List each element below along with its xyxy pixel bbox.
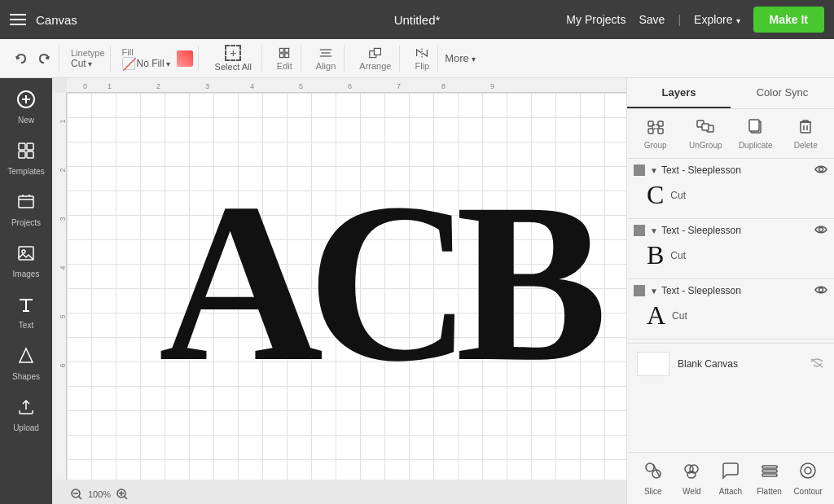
more-button[interactable]: More (445, 52, 476, 64)
delete-button[interactable]: Delete (783, 114, 830, 153)
sidebar-item-upload[interactable]: Upload (3, 392, 49, 437)
duplicate-button[interactable]: Duplicate (732, 114, 779, 153)
arrange-button[interactable]: Arrange (356, 43, 394, 74)
svg-point-20 (22, 250, 25, 253)
select-all-button[interactable]: Select All (210, 43, 257, 73)
sidebar-item-text[interactable]: Text (3, 290, 49, 335)
ruler-num-v2: 2 (58, 168, 66, 172)
nav-actions: My Projects Save | Explore Make It (566, 7, 824, 33)
layers-list: ▼ Text - Sleeplesson C Cut (627, 159, 834, 452)
svg-rect-17 (27, 151, 33, 158)
blank-canvas-swatch (637, 352, 669, 376)
zoom-label: 100% (88, 489, 111, 499)
svg-rect-4 (285, 53, 289, 57)
ruler-num-6: 6 (348, 82, 352, 90)
sidebar-item-templates[interactable]: Templates (3, 136, 49, 181)
ruler-num-v3: 3 (58, 217, 66, 221)
flip-button[interactable]: Flip (411, 43, 432, 74)
layer-letter-1: C (647, 180, 664, 210)
hamburger-menu[interactable] (10, 14, 26, 25)
save-button[interactable]: Save (639, 13, 665, 26)
ungroup-button[interactable]: UnGroup (683, 114, 730, 153)
tab-color-sync[interactable]: Color Sync (731, 78, 834, 108)
blank-canvas-label: Blank Canvas (678, 358, 801, 370)
layer-color-swatch-3 (634, 285, 645, 296)
align-group: Align (308, 46, 345, 72)
linetype-dropdown[interactable]: Cut (71, 58, 105, 69)
pen-color-swatch (177, 50, 193, 67)
flatten-icon (760, 461, 779, 485)
svg-rect-36 (702, 124, 709, 130)
sidebar-item-new-label: New (18, 116, 34, 125)
layer-visibility-2[interactable] (814, 224, 827, 237)
sidebar-item-projects-label: Projects (11, 218, 41, 227)
attach-icon (721, 461, 740, 485)
layer-cut-label-1: Cut (670, 190, 686, 201)
ungroup-icon (696, 117, 714, 139)
svg-point-44 (819, 288, 823, 292)
list-item: ▼ Text - Sleeplesson A Cut (627, 279, 834, 340)
attach-button[interactable]: Attach (711, 458, 750, 499)
blank-canvas-visibility[interactable] (810, 357, 824, 371)
tab-layers[interactable]: Layers (627, 78, 731, 108)
calligraphy-text: ACB (159, 169, 591, 397)
redo-button[interactable] (34, 49, 54, 68)
ruler-num-9: 9 (490, 82, 494, 90)
layer-preview-3: A Cut (634, 297, 827, 334)
zoom-out-button[interactable] (68, 486, 85, 502)
ruler-num-5: 5 (299, 82, 303, 90)
edit-button[interactable]: Edit (274, 43, 296, 74)
layer-name-2: Text - Sleeplesson (661, 225, 811, 236)
make-it-button[interactable]: Make It (753, 7, 824, 33)
canvas-area[interactable]: 0 1 2 3 4 5 6 7 8 9 1 2 3 4 5 6 ACB (52, 78, 626, 504)
sidebar-item-images[interactable]: Images (3, 239, 49, 283)
canvas-grid[interactable]: ACB (67, 93, 626, 480)
more-chevron-icon (472, 52, 476, 64)
align-button[interactable]: Align (313, 43, 339, 74)
group-button[interactable]: Group (632, 114, 679, 153)
linetype-label: Linetype (71, 48, 105, 58)
select-all-label: Select All (215, 62, 252, 72)
left-sidebar: New Templates Projects (0, 78, 52, 504)
zoom-in-button[interactable] (114, 486, 130, 502)
sidebar-item-projects[interactable]: Projects (3, 187, 49, 232)
ruler-num-2: 2 (156, 82, 160, 90)
contour-label: Contour (793, 487, 823, 496)
text-icon (16, 295, 36, 318)
flatten-button[interactable]: Flatten (750, 458, 789, 499)
fill-dropdown[interactable]: No Fill (122, 57, 170, 70)
top-nav: Canvas Untitled* My Projects Save | Expl… (0, 0, 834, 39)
projects-icon (16, 192, 36, 216)
ruler-num-v1: 1 (58, 119, 66, 123)
sidebar-item-shapes[interactable]: Shapes (3, 341, 49, 386)
layer-visibility-3[interactable] (814, 284, 827, 297)
undo-redo-group (7, 46, 59, 72)
layer-header-2[interactable]: ▼ Text - Sleeplesson (634, 224, 827, 237)
layer-visibility-1[interactable] (814, 164, 827, 177)
explore-dropdown[interactable]: Explore (694, 13, 740, 26)
contour-button[interactable]: Contour (788, 458, 827, 499)
slice-button[interactable]: Slice (634, 458, 673, 499)
blank-canvas-item: Blank Canvas (627, 343, 834, 384)
layer-header-3[interactable]: ▼ Text - Sleeplesson (634, 284, 827, 297)
sidebar-item-new[interactable]: New (3, 85, 49, 129)
my-projects-link[interactable]: My Projects (566, 13, 626, 26)
layer-color-swatch-1 (634, 164, 645, 176)
svg-rect-52 (762, 466, 777, 468)
upload-icon (16, 397, 36, 421)
undo-button[interactable] (11, 49, 31, 68)
duplicate-label: Duplicate (739, 141, 773, 150)
ruler-num-7: 7 (397, 82, 401, 90)
fill-chevron-icon (166, 58, 170, 69)
select-all-icon (225, 45, 241, 61)
explore-label: Explore (694, 13, 732, 26)
svg-marker-21 (20, 348, 33, 362)
select-all-group: Select All (205, 46, 262, 72)
svg-rect-1 (280, 48, 284, 52)
weld-button[interactable]: Weld (673, 458, 712, 499)
duplicate-icon (747, 117, 765, 139)
contour-icon (798, 461, 818, 485)
svg-rect-38 (749, 120, 759, 131)
layer-header-1[interactable]: ▼ Text - Sleeplesson (634, 164, 827, 177)
svg-rect-39 (801, 122, 810, 133)
